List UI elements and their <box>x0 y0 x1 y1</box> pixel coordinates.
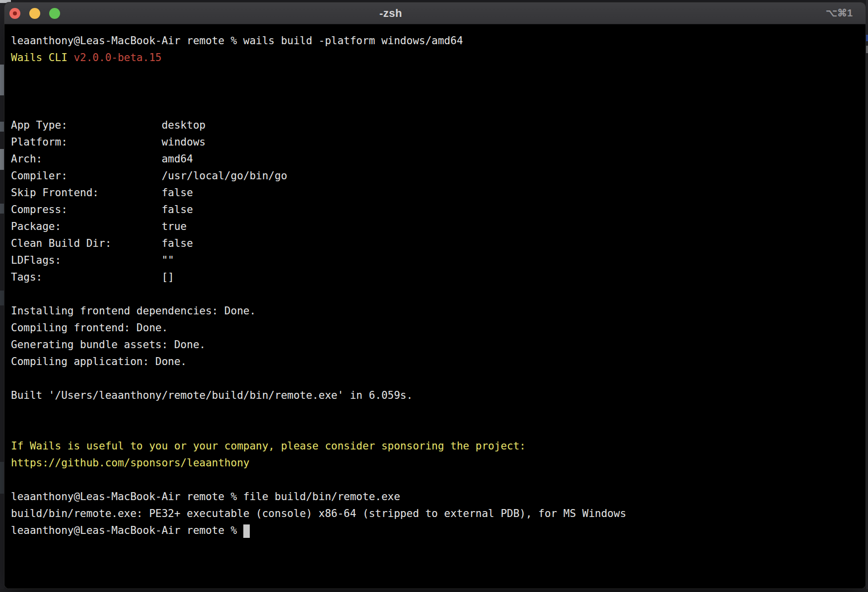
terminal-line <box>11 404 861 421</box>
terminal-text: Wails CLI <box>11 52 73 64</box>
terminal-line: build/bin/remote.exe: PE32+ executable (… <box>11 505 861 522</box>
terminal-text: App Type: desktop <box>11 119 206 131</box>
terminal-line: Wails CLI v2.0.0-beta.15 <box>11 49 861 66</box>
terminal-text: Package: true <box>11 221 187 232</box>
terminal-line <box>11 66 861 83</box>
terminal-line: Compiling application: Done. <box>11 353 861 370</box>
terminal-cursor <box>243 524 250 538</box>
terminal-line <box>11 100 861 117</box>
background-window-sliver-right <box>866 0 868 592</box>
terminal-line: Platform: windows <box>11 134 861 150</box>
terminal-text: build/bin/remote.exe: PE32+ executable (… <box>11 508 626 519</box>
desktop-background-bottom <box>0 589 868 592</box>
terminal-line: Generating bundle assets: Done. <box>11 336 861 353</box>
tab-shortcut-badge: ⌥⌘1 <box>826 2 853 24</box>
terminal-text: v2.0.0-beta.15 <box>73 52 161 64</box>
terminal-line: Compress: false <box>11 201 861 218</box>
background-window-fragment <box>0 291 4 305</box>
terminal-text: Platform: windows <box>11 136 206 148</box>
terminal-line: leaanthony@Leas-MacBook-Air remote % <box>11 522 861 539</box>
background-window-fragment <box>0 462 4 494</box>
terminal-text: Built '/Users/leaanthony/remote/build/bi… <box>11 389 413 401</box>
terminal-text: https://github.com/sponsors/leaanthony <box>11 457 249 469</box>
terminal-text: leaanthony@Leas-MacBook-Air remote % wai… <box>11 35 463 47</box>
terminal-text: Skip Frontend: false <box>11 187 193 199</box>
terminal-window: -zsh ⌥⌘1 leaanthony@Leas-MacBook-Air rem… <box>4 2 866 589</box>
terminal-text: Compress: false <box>11 204 193 216</box>
terminal-text: Clean Build Dir: false <box>11 237 193 249</box>
terminal-text: Tags: [] <box>11 271 174 283</box>
terminal-line: Installing frontend dependencies: Done. <box>11 302 861 319</box>
terminal-line <box>11 370 861 387</box>
terminal-line <box>11 471 861 488</box>
terminal-line: Compiler: /usr/local/go/bin/go <box>11 167 861 184</box>
terminal-line: LDFlags: "" <box>11 252 861 269</box>
background-window-fragment <box>0 149 4 170</box>
window-title: -zsh <box>4 2 777 24</box>
background-window-fragment <box>0 204 4 214</box>
terminal-line: Package: true <box>11 218 861 235</box>
terminal-text: leaanthony@Leas-MacBook-Air remote % fil… <box>11 491 400 503</box>
background-window-fragment <box>0 65 4 95</box>
background-window-fragment <box>866 46 868 53</box>
terminal-line: Clean Build Dir: false <box>11 235 861 252</box>
terminal-text: Compiler: /usr/local/go/bin/go <box>11 170 287 182</box>
terminal-text: Installing frontend dependencies: Done. <box>11 305 256 317</box>
terminal-line: Tags: [] <box>11 269 861 286</box>
terminal-line: leaanthony@Leas-MacBook-Air remote % wai… <box>11 32 861 49</box>
terminal-line: App Type: desktop <box>11 117 861 134</box>
background-window-fragment <box>866 35 868 41</box>
terminal-text: leaanthony@Leas-MacBook-Air remote % <box>11 524 243 536</box>
terminal-text: Arch: amd64 <box>11 153 193 165</box>
terminal-line <box>11 286 861 302</box>
terminal-line: Skip Frontend: false <box>11 184 861 201</box>
terminal-content[interactable]: leaanthony@Leas-MacBook-Air remote % wai… <box>4 24 866 589</box>
terminal-text: If Wails is useful to you or your compan… <box>11 440 526 452</box>
terminal-line: Compiling frontend: Done. <box>11 319 861 336</box>
terminal-line: leaanthony@Leas-MacBook-Air remote % fil… <box>11 488 861 505</box>
background-window-fragment <box>0 122 4 132</box>
terminal-line: Arch: amd64 <box>11 150 861 167</box>
terminal-line <box>11 421 861 438</box>
terminal-text: Compiling frontend: Done. <box>11 322 168 334</box>
terminal-line: https://github.com/sponsors/leaanthony <box>11 454 861 471</box>
terminal-line: Built '/Users/leaanthony/remote/build/bi… <box>11 387 861 404</box>
terminal-text: Generating bundle assets: Done. <box>11 339 206 351</box>
terminal-line <box>11 83 861 100</box>
terminal-line: If Wails is useful to you or your compan… <box>11 438 861 454</box>
terminal-text: LDFlags: "" <box>11 254 174 266</box>
terminal-text: Compiling application: Done. <box>11 356 187 368</box>
titlebar[interactable]: -zsh ⌥⌘1 <box>4 2 866 24</box>
